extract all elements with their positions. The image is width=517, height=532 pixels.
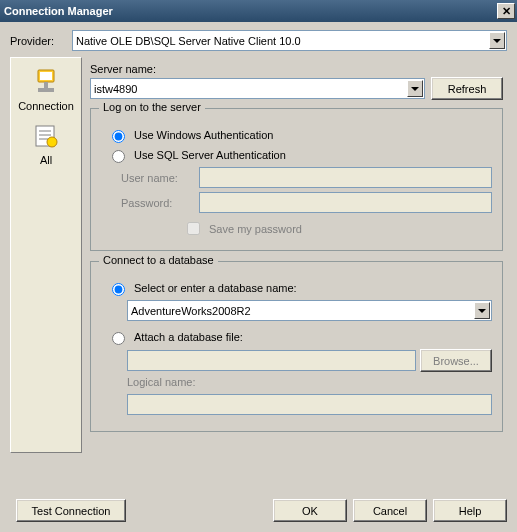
help-button[interactable]: Help: [433, 499, 507, 522]
server-section: Server name: Refresh: [90, 63, 503, 100]
provider-label: Provider:: [10, 35, 66, 47]
server-name-combo[interactable]: [90, 78, 425, 99]
username-input: [199, 167, 492, 188]
database-legend: Connect to a database: [99, 254, 218, 266]
attach-file-input: [127, 350, 416, 371]
sidebar-item-all[interactable]: All: [13, 118, 79, 172]
server-name-combo-arrow[interactable]: [407, 80, 423, 97]
chevron-down-icon: [411, 87, 419, 91]
svg-rect-2: [44, 82, 48, 88]
all-icon: [32, 122, 60, 150]
test-connection-button[interactable]: Test Connection: [16, 499, 126, 522]
svg-point-8: [47, 137, 57, 147]
close-button[interactable]: ✕: [497, 3, 515, 19]
cancel-button[interactable]: Cancel: [353, 499, 427, 522]
radio-sql-auth-label: Use SQL Server Authentication: [134, 149, 286, 161]
chevron-down-icon: [478, 309, 486, 313]
sidebar-item-connection[interactable]: Connection: [13, 64, 79, 118]
provider-combo-arrow[interactable]: [489, 32, 505, 49]
database-group: Connect to a database Select or enter a …: [90, 261, 503, 432]
svg-rect-1: [40, 72, 52, 80]
logon-group: Log on to the server Use Windows Authent…: [90, 108, 503, 251]
password-label: Password:: [121, 197, 195, 209]
logon-legend: Log on to the server: [99, 101, 205, 113]
database-combo-arrow[interactable]: [474, 302, 490, 319]
radio-select-db-label: Select or enter a database name:: [134, 282, 297, 294]
username-label: User name:: [121, 172, 195, 184]
provider-combo[interactable]: [72, 30, 507, 51]
ok-button[interactable]: OK: [273, 499, 347, 522]
save-password-label: Save my password: [209, 223, 302, 235]
title-bar: Connection Manager ✕: [0, 0, 517, 22]
chevron-down-icon: [493, 39, 501, 43]
radio-sql-auth[interactable]: [112, 150, 125, 163]
browse-button: Browse...: [420, 349, 492, 372]
logical-name-input: [127, 394, 492, 415]
sidebar-item-label: All: [40, 154, 52, 166]
logical-name-label: Logical name:: [127, 376, 196, 388]
sidebar-item-label: Connection: [18, 100, 74, 112]
connection-icon: [32, 68, 60, 96]
sidebar: Connection All: [10, 57, 82, 453]
server-name-label: Server name:: [90, 63, 503, 75]
refresh-button[interactable]: Refresh: [431, 77, 503, 100]
window-title: Connection Manager: [4, 5, 113, 17]
provider-row: Provider:: [10, 30, 507, 51]
radio-select-db[interactable]: [112, 283, 125, 296]
save-password-checkbox: [187, 222, 200, 235]
footer: Test Connection OK Cancel Help: [10, 499, 507, 522]
radio-windows-auth-label: Use Windows Authentication: [134, 129, 273, 141]
svg-rect-3: [38, 88, 54, 92]
close-icon: ✕: [502, 5, 511, 18]
radio-attach-file-label: Attach a database file:: [134, 331, 243, 343]
radio-windows-auth[interactable]: [112, 130, 125, 143]
database-combo[interactable]: [127, 300, 492, 321]
radio-attach-file[interactable]: [112, 332, 125, 345]
password-input: [199, 192, 492, 213]
